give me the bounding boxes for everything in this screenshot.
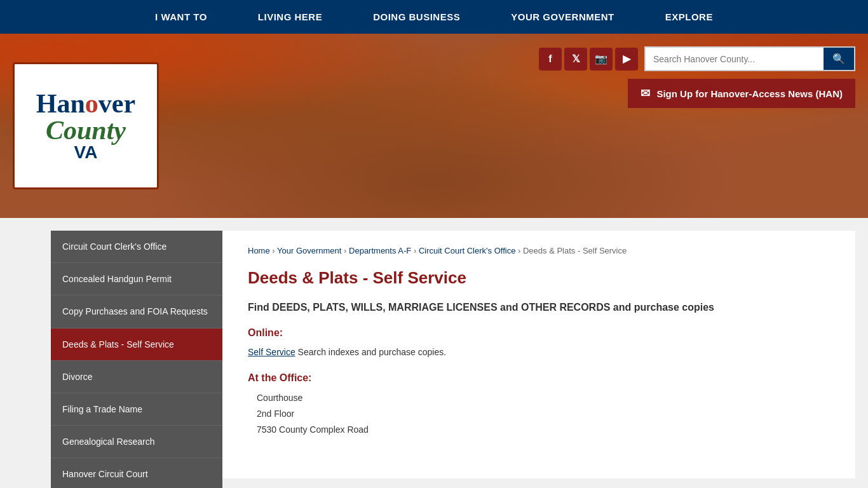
top-navigation: I WANT TO LIVING HERE DOING BUSINESS YOU… [0,0,868,34]
search-bar: 🔍 [644,46,855,71]
content-area: Home › Your Government › Departments A-F… [222,231,855,478]
sidebar-item-copy-purchases[interactable]: Copy Purchases and FOIA Requests [51,295,222,328]
page-title: Deeds & Plats - Self Service [248,268,830,288]
address-line-1: Courthouse [257,390,830,406]
youtube-icon[interactable]: ▶ [615,48,638,71]
sidebar: Circuit Court Clerk's Office Concealed H… [51,231,222,488]
han-signup-label: Sign Up for Hanover-Access News (HAN) [656,88,843,99]
online-description: Search indexes and purchase copies. [295,347,446,357]
social-search-row: f 𝕏 📷 ▶ 🔍 [539,46,855,71]
nav-your-government[interactable]: YOUR GOVERNMENT [485,0,640,34]
breadcrumb-sep-2: › [344,246,349,255]
nav-i-want-to[interactable]: I WANT TO [130,0,233,34]
logo-box[interactable]: Hanover County VA [13,62,159,189]
instagram-icon[interactable]: 📷 [590,48,613,71]
breadcrumb-your-gov[interactable]: Your Government [277,246,341,255]
sidebar-item-concealed-handgun[interactable]: Concealed Handgun Permit [51,263,222,295]
online-content: Self Service Search indexes and purchase… [248,345,830,359]
sidebar-item-hanover-circuit-court[interactable]: Hanover Circuit Court [51,458,222,488]
twitter-icon[interactable]: 𝕏 [564,48,587,71]
main-content: Circuit Court Clerk's Office Concealed H… [0,218,868,488]
breadcrumb-sep-4: › [518,246,523,255]
nav-explore[interactable]: EXPLORE [640,0,738,34]
breadcrumb-home[interactable]: Home [248,246,270,255]
logo-hanover: Hanover [36,90,135,117]
online-label: Online: [248,327,830,339]
self-service-link[interactable]: Self Service [248,347,295,357]
nav-doing-business[interactable]: DOING BUSINESS [348,0,485,34]
logo-county: County [46,117,126,144]
header-banner: Hanover County VA f 𝕏 📷 ▶ 🔍 ✉ Sign Up fo… [0,34,868,218]
office-label: At the Office: [248,372,830,384]
sidebar-item-circuit-court-clerk[interactable]: Circuit Court Clerk's Office [51,231,222,263]
breadcrumb-sep-1: › [272,246,277,255]
address-line-2: 2nd Floor [257,406,830,422]
logo-va: VA [74,144,98,161]
page-subtitle: Find DEEDS, PLATS, WILLS, MARRIAGE LICEN… [248,301,830,315]
nav-living-here[interactable]: LIVING HERE [233,0,348,34]
breadcrumb: Home › Your Government › Departments A-F… [248,246,830,255]
breadcrumb-departments[interactable]: Departments A-F [349,246,411,255]
address-block: Courthouse 2nd Floor 7530 County Complex… [248,390,830,438]
breadcrumb-current: Deeds & Plats - Self Service [523,246,627,255]
sidebar-item-filing-trade-name[interactable]: Filing a Trade Name [51,393,222,426]
social-icons: f 𝕏 📷 ▶ [539,48,638,71]
sidebar-item-genealogical-research[interactable]: Genealogical Research [51,426,222,458]
sidebar-item-deeds-plats[interactable]: Deeds & Plats - Self Service [51,329,222,361]
search-button[interactable]: 🔍 [824,48,854,70]
logo-area: Hanover County VA [0,34,254,218]
breadcrumb-circuit-court[interactable]: Circuit Court Clerk's Office [419,246,516,255]
header-right: f 𝕏 📷 ▶ 🔍 ✉ Sign Up for Hanover-Access N… [539,46,855,108]
han-signup-button[interactable]: ✉ Sign Up for Hanover-Access News (HAN) [628,79,855,108]
facebook-icon[interactable]: f [539,48,562,71]
breadcrumb-sep-3: › [414,246,419,255]
address-line-3: 7530 County Complex Road [257,422,830,438]
envelope-icon: ✉ [641,86,650,100]
sidebar-item-divorce[interactable]: Divorce [51,361,222,393]
search-input[interactable] [646,49,824,69]
